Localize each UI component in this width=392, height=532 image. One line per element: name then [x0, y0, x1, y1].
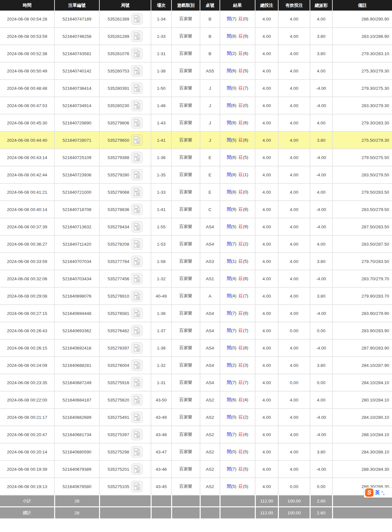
video-replay-button[interactable]	[131, 100, 143, 111]
cell-table-no: E	[200, 149, 220, 166]
bet-row[interactable]: 2024-06-08 00:40:14521640718708535278836…	[0, 201, 392, 218]
bet-row[interactable]: 2024-06-08 00:43:14521640725109535279388…	[0, 149, 392, 166]
video-replay-button[interactable]	[131, 48, 143, 59]
cell-bet-no: 521640746258	[54, 28, 99, 45]
cell-table-no: AS4	[200, 339, 220, 357]
player-result-label: 閒	[227, 155, 231, 160]
cell-game-type: 百家樂	[171, 426, 200, 443]
bet-row[interactable]: 2024-06-08 00:24:09521640688281535276004…	[0, 357, 392, 374]
bet-row[interactable]: 2024-06-08 00:54:28521640747189535281389…	[0, 11, 392, 28]
cell-valid-bet: 4.00	[278, 253, 310, 270]
cell-round-no: 535275298	[99, 443, 151, 460]
bet-row[interactable]: 2024-06-08 00:27:15521640694448535276581…	[0, 305, 392, 322]
bet-row[interactable]: 2024-06-08 00:53:59521640746258535281289…	[0, 28, 392, 45]
video-replay-button[interactable]	[131, 308, 143, 319]
banker-result-value: (7)	[243, 328, 248, 333]
cell-session: 1-53	[151, 235, 171, 253]
video-replay-button[interactable]	[131, 273, 143, 284]
cell-round-no: 535277456	[99, 270, 151, 287]
bet-row[interactable]: 2024-06-08 00:52:38521640743581535281076…	[0, 45, 392, 62]
col-header-game-type: 遊戲類別	[171, 0, 200, 11]
banker-result-label: 莊	[239, 120, 243, 125]
video-replay-button[interactable]	[131, 221, 143, 232]
cell-time: 2024-06-08 00:20:14	[0, 443, 54, 460]
player-result-label: 閒	[227, 34, 231, 38]
bet-row[interactable]: 2024-06-08 00:20:14521640680590535275298…	[0, 443, 392, 460]
video-file-icon	[134, 119, 140, 127]
cell-remark: 283.50/279.50	[332, 166, 392, 183]
bet-row[interactable]: 2024-06-08 00:21:17521640682689535275491…	[0, 409, 392, 426]
cell-total-payout: 3.80	[310, 287, 332, 305]
bet-row[interactable]: 2024-06-08 00:32:06521640703434535277456…	[0, 270, 392, 287]
bet-row[interactable]: 2024-06-08 00:20:47521640681734535275397…	[0, 426, 392, 443]
bet-row[interactable]: 2024-06-08 00:41:21521640721000535279068…	[0, 183, 392, 201]
round-number: 535277456	[108, 276, 129, 281]
ime-punctuation-mode[interactable]: ’,	[381, 490, 385, 495]
bet-row[interactable]: 2024-06-08 00:19:13521640678580535275105…	[0, 478, 392, 495]
video-replay-button[interactable]	[131, 359, 143, 371]
bet-row[interactable]: 2024-06-08 00:44:40521640728071535279650…	[0, 131, 392, 149]
video-replay-button[interactable]	[131, 325, 143, 336]
round-number: 535279650	[108, 138, 129, 143]
bet-row[interactable]: 2024-06-08 00:37:39521640713632535278434…	[0, 218, 392, 235]
video-replay-button[interactable]	[131, 65, 143, 77]
video-replay-button[interactable]	[131, 117, 143, 129]
player-result-label: 閒	[227, 293, 231, 298]
bet-row[interactable]: 2024-06-08 00:26:43521640693362535276482…	[0, 322, 392, 339]
cell-round-no: 535276581	[99, 305, 151, 322]
bet-row[interactable]: 2024-06-08 00:19:39521640679389535275201…	[0, 460, 392, 478]
video-replay-button[interactable]	[131, 256, 143, 267]
cell-table-no: AS4	[200, 235, 220, 253]
video-replay-button[interactable]	[131, 377, 143, 388]
video-replay-button[interactable]	[131, 446, 143, 458]
video-replay-button[interactable]	[131, 152, 143, 163]
footer-empty-result	[220, 507, 255, 519]
bet-row[interactable]: 2024-06-08 00:42:44521640723936535279280…	[0, 166, 392, 183]
video-replay-button[interactable]	[131, 411, 143, 423]
footer-total-bet: 112.00	[255, 495, 278, 507]
bet-row[interactable]: 2024-06-08 00:26:15521640692416535276397…	[0, 339, 392, 357]
banker-result-label: 莊	[239, 190, 243, 194]
footer-total-bet: 112.00	[255, 507, 278, 519]
cell-time: 2024-06-08 00:36:27	[0, 235, 54, 253]
bet-row[interactable]: 2024-06-08 00:50:49521640740142535280753…	[0, 62, 392, 80]
bet-row[interactable]: 2024-06-08 00:23:35521640687249535275916…	[0, 374, 392, 391]
bet-row[interactable]: 2024-06-08 00:36:27521640711420535278208…	[0, 235, 392, 253]
cell-total-bet: 4.00	[255, 97, 278, 114]
video-replay-button[interactable]	[131, 481, 143, 492]
bet-row[interactable]: 2024-06-08 00:33:59521640707034535277784…	[0, 253, 392, 270]
video-file-icon	[134, 361, 140, 369]
video-replay-button[interactable]	[131, 429, 143, 440]
cell-result: 閒(5)莊(9)	[220, 218, 255, 235]
video-replay-button[interactable]	[131, 82, 143, 94]
sogou-ime-bar[interactable]: S 英 ’,	[364, 487, 392, 498]
video-replay-button[interactable]	[131, 30, 143, 42]
cell-table-no: J	[200, 131, 220, 149]
bet-row[interactable]: 2024-06-08 00:29:08521640698076535276910…	[0, 287, 392, 305]
cell-game-type: 百家樂	[171, 235, 200, 253]
video-replay-button[interactable]	[131, 13, 143, 25]
video-replay-button[interactable]	[131, 290, 143, 302]
video-replay-button[interactable]	[131, 394, 143, 406]
video-replay-button[interactable]	[131, 169, 143, 181]
cell-result: 閒(7)莊(7)	[220, 322, 255, 339]
cell-valid-bet: 4.00	[278, 460, 310, 478]
player-result-value: (6)	[231, 103, 237, 108]
video-replay-button[interactable]	[131, 342, 143, 354]
footer-empty-result	[220, 495, 255, 507]
video-replay-button[interactable]	[131, 186, 143, 198]
ime-language-mode[interactable]: 英	[375, 490, 380, 496]
video-replay-button[interactable]	[131, 463, 143, 475]
banker-result-value: (0)	[243, 103, 248, 108]
video-replay-button[interactable]	[131, 134, 143, 146]
video-replay-button[interactable]	[131, 238, 143, 250]
footer-empty-table	[200, 495, 220, 507]
footer-bet-count: 28	[54, 495, 99, 507]
bet-row[interactable]: 2024-06-08 00:45:30521640729890535279806…	[0, 114, 392, 131]
bet-row[interactable]: 2024-06-08 00:47:53521640734914535280230…	[0, 97, 392, 114]
bet-row[interactable]: 2024-06-08 00:48:48521640736414535280391…	[0, 80, 392, 97]
banker-result-label: 莊	[239, 415, 243, 419]
video-replay-button[interactable]	[131, 204, 143, 215]
bet-row[interactable]: 2024-06-08 00:22:00521640684187535275620…	[0, 391, 392, 409]
player-result-value: (7)	[231, 16, 237, 21]
